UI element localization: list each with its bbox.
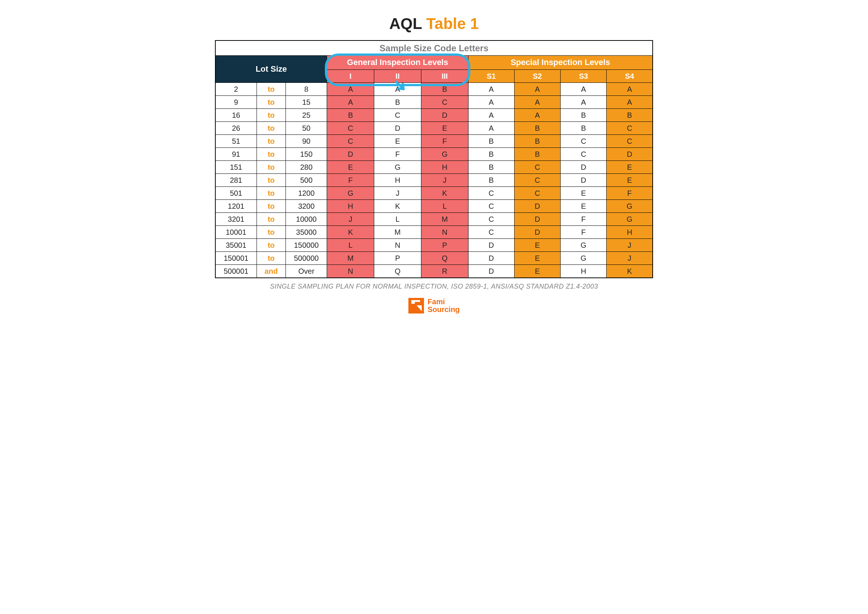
general-3-cell: F	[421, 134, 468, 148]
lot-to-cell: to	[257, 187, 285, 199]
lot-upto-cell: 500000	[286, 252, 327, 264]
caption-text: SINGLE SAMPLING PLAN FOR NORMAL INSPECTI…	[215, 283, 653, 291]
general-1-cell: D	[327, 148, 374, 160]
special-4-cell: C	[607, 121, 653, 134]
general-3-cell: H	[421, 160, 468, 174]
general-2-cell: M	[374, 225, 422, 238]
general-1-cell: L	[327, 238, 374, 252]
special-2-cell: A	[514, 109, 560, 121]
special-2-cell: B	[514, 148, 560, 160]
special-3-cell: D	[561, 160, 607, 174]
special-4-cell: E	[607, 174, 653, 187]
special-4-cell: D	[607, 148, 653, 160]
general-2-cell: D	[374, 121, 422, 134]
special-1-cell: B	[468, 174, 514, 187]
special-4-cell: J	[607, 238, 653, 252]
lot-to-cell: to	[257, 148, 285, 160]
general-2-cell: Q	[374, 264, 422, 278]
lot-from-cell: 51	[215, 134, 257, 148]
general-1-cell: C	[327, 134, 374, 148]
lot-to-cell: and	[257, 264, 285, 278]
general-1-cell: A	[327, 82, 374, 95]
lot-from-cell: 16	[215, 109, 257, 121]
table-row: 501to1200GJKCCEF	[215, 187, 653, 199]
col-general-1: I	[327, 70, 374, 82]
lot-from-cell: 26	[215, 121, 257, 134]
special-1-cell: C	[468, 225, 514, 238]
lot-from-cell: 150001	[215, 252, 257, 264]
special-2-cell: E	[514, 238, 560, 252]
general-2-cell: E	[374, 134, 422, 148]
lot-from-cell: 2	[215, 82, 257, 95]
special-3-cell: B	[561, 109, 607, 121]
general-3-cell: N	[421, 225, 468, 238]
lot-upto-cell: 10000	[286, 213, 327, 225]
general-2-cell: C	[374, 109, 422, 121]
general-2-cell: K	[374, 199, 422, 213]
lot-to-cell: to	[257, 95, 285, 109]
special-1-cell: B	[468, 134, 514, 148]
special-1-cell: A	[468, 121, 514, 134]
title-right: Table 1	[426, 15, 479, 32]
table-row: 151to280EGHBCDE	[215, 160, 653, 174]
lot-from-cell: 9	[215, 95, 257, 109]
general-1-cell: B	[327, 109, 374, 121]
table-row: 150001to500000MPQDEGJ	[215, 252, 653, 264]
general-3-cell: J	[421, 174, 468, 187]
table-row: 1201to3200HKLCDEG	[215, 199, 653, 213]
special-3-cell: F	[561, 213, 607, 225]
special-4-cell: G	[607, 199, 653, 213]
lot-upto-cell: 1200	[286, 187, 327, 199]
lot-from-cell: 91	[215, 148, 257, 160]
table-container: Sample Size Code Letters Lot Size Genera…	[215, 40, 653, 278]
special-4-cell: A	[607, 95, 653, 109]
special-3-cell: F	[561, 225, 607, 238]
special-3-cell: C	[561, 134, 607, 148]
title-left: AQL	[389, 15, 422, 32]
general-3-cell: E	[421, 121, 468, 134]
special-1-cell: C	[468, 213, 514, 225]
table-row: 2to8AABAAAA	[215, 82, 653, 95]
special-3-cell: A	[561, 95, 607, 109]
col-special-3: S3	[561, 70, 607, 82]
lot-upto-cell: 25	[286, 109, 327, 121]
general-1-cell: K	[327, 225, 374, 238]
lot-to-cell: to	[257, 252, 285, 264]
special-3-cell: A	[561, 82, 607, 95]
general-3-cell: R	[421, 264, 468, 278]
special-1-cell: D	[468, 238, 514, 252]
special-3-cell: D	[561, 174, 607, 187]
aql-table: Sample Size Code Letters Lot Size Genera…	[215, 40, 653, 278]
general-3-cell: K	[421, 187, 468, 199]
lot-from-cell: 10001	[215, 225, 257, 238]
lot-from-cell: 151	[215, 160, 257, 174]
table-row: 35001to150000LNPDEGJ	[215, 238, 653, 252]
general-2-cell: G	[374, 160, 422, 174]
lot-to-cell: to	[257, 82, 285, 95]
special-1-cell: C	[468, 187, 514, 199]
lot-to-cell: to	[257, 213, 285, 225]
general-1-cell: E	[327, 160, 374, 174]
special-2-cell: D	[514, 213, 560, 225]
table-row: 3201to10000JLMCDFG	[215, 213, 653, 225]
special-2-cell: C	[514, 174, 560, 187]
table-row: 51to90CEFBBCC	[215, 134, 653, 148]
general-1-cell: M	[327, 252, 374, 264]
special-4-cell: G	[607, 213, 653, 225]
header-general: General Inspection Levels	[327, 56, 468, 70]
special-3-cell: E	[561, 187, 607, 199]
special-3-cell: B	[561, 121, 607, 134]
special-2-cell: C	[514, 187, 560, 199]
col-general-2: II	[374, 70, 422, 82]
special-3-cell: H	[561, 264, 607, 278]
lot-upto-cell: 90	[286, 134, 327, 148]
brand-logo: Fami Sourcing	[215, 298, 653, 314]
general-1-cell: N	[327, 264, 374, 278]
special-1-cell: A	[468, 109, 514, 121]
general-1-cell: H	[327, 199, 374, 213]
general-2-cell: J	[374, 187, 422, 199]
lot-from-cell: 3201	[215, 213, 257, 225]
special-2-cell: D	[514, 225, 560, 238]
table-row: 281to500FHJBCDE	[215, 174, 653, 187]
col-special-2: S2	[514, 70, 560, 82]
